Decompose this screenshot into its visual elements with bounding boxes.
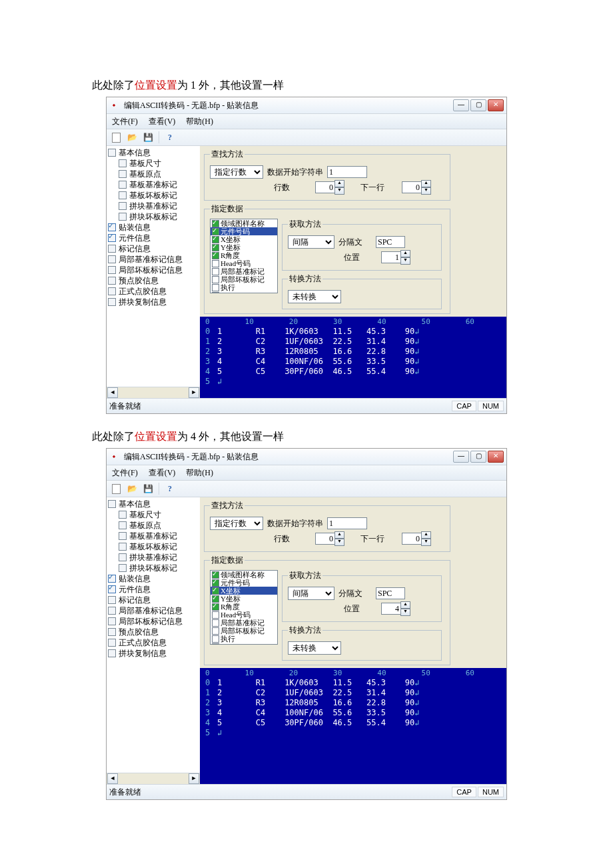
text-editor[interactable]: 0 10 20 30 40 50 60 01 R1 1K/0603 11.5 4…	[200, 317, 506, 398]
rows-spin[interactable]: ▲▼	[315, 180, 344, 195]
caption-1: 此处除了位置设置为 1 外，其他设置一样	[92, 79, 613, 93]
position-spin[interactable]: ▲▼	[381, 601, 410, 616]
save-icon[interactable]: 💾	[141, 482, 155, 495]
cap-indicator: CAP	[452, 401, 476, 411]
text-editor[interactable]: 0 10 20 30 40 50 60 01 R1 1K/0603 11.5 4…	[200, 668, 506, 784]
minimize-button[interactable]: —	[453, 451, 469, 463]
titlebar[interactable]: ⬥ 编辑ASCII转换码 - 无题.bfp - 贴装信息 — ▢ ✕	[107, 97, 506, 114]
separator-input[interactable]	[376, 587, 405, 599]
app-icon: ⬥	[112, 101, 121, 110]
convert-group: 转换方法 未转换	[282, 273, 442, 309]
statusbar: 准备就绪 CAP NUM	[107, 784, 506, 799]
method-select[interactable]: 指定行数	[210, 517, 263, 530]
open-icon[interactable]: 📂	[125, 482, 139, 495]
interval-select[interactable]: 间隔	[288, 235, 334, 249]
tree-scrollbar[interactable]: ◄►	[107, 387, 200, 398]
titlebar[interactable]: ⬥ 编辑ASCII转换码 - 无题.bfp - 贴装信息 — ▢ ✕	[107, 449, 506, 465]
open-icon[interactable]: 📂	[125, 131, 139, 144]
menubar: 文件(F) 查看(V) 帮助(H)	[107, 465, 506, 481]
toolbar: 📂 💾 ?	[107, 481, 506, 497]
data-spec-group: 指定数据 领域图样名称 元件号码 X坐标 Y坐标 R角度 Head号码 局部基准…	[204, 203, 450, 314]
menu-file[interactable]: 文件(F)	[109, 466, 141, 480]
position-spin[interactable]: ▲▼	[381, 250, 410, 265]
new-icon[interactable]	[109, 482, 123, 495]
toolbar: 📂 💾 ?	[107, 129, 506, 146]
next-spin[interactable]: ▲▼	[402, 180, 431, 195]
help-icon[interactable]: ?	[163, 482, 177, 495]
field-list[interactable]: 领域图样名称 元件号码 X坐标 Y坐标 R角度 Head号码 局部基准标记 局部…	[210, 219, 278, 293]
close-button[interactable]: ✕	[488, 451, 504, 463]
menubar: 文件(F) 查看(V) 帮助(H)	[107, 114, 506, 129]
menu-view[interactable]: 查看(V)	[146, 466, 179, 480]
menu-help[interactable]: 帮助(H)	[183, 466, 216, 480]
search-method-group: 查找方法 指定行数 数据开始字符串 行数 ▲▼ 下一行 ▲▼	[204, 149, 450, 201]
extract-group: 获取方法 间隔 分隔文 位置 ▲▼	[282, 219, 442, 271]
maximize-button[interactable]: ▢	[470, 451, 486, 463]
tree-scrollbar[interactable]: ◄►	[107, 773, 200, 784]
method-select[interactable]: 指定行数	[210, 165, 263, 179]
caption-2: 此处除了位置设置为 4 外，其他设置一样	[92, 430, 613, 444]
start-string-input[interactable]	[327, 166, 367, 178]
interval-select[interactable]: 间隔	[288, 587, 334, 600]
start-string-input[interactable]	[327, 517, 367, 529]
minimize-button[interactable]: —	[453, 99, 469, 111]
tree-view[interactable]: 基本信息 基板尺寸 基板原点 基板基准标记 基板坏板标记 拼块基准标记 拼块坏板…	[107, 497, 201, 773]
app-icon: ⬥	[112, 452, 121, 461]
new-icon[interactable]	[109, 131, 123, 144]
menu-help[interactable]: 帮助(H)	[183, 115, 216, 129]
help-icon[interactable]: ?	[163, 131, 177, 144]
menu-view[interactable]: 查看(V)	[146, 115, 179, 129]
rows-spin[interactable]: ▲▼	[315, 531, 344, 546]
window-title: 编辑ASCII转换码 - 无题.bfp - 贴装信息	[124, 451, 453, 463]
field-list[interactable]: 领域图样名称 元件号码 X坐标 Y坐标 R角度 Head号码 局部基准标记 局部…	[210, 570, 278, 645]
tree-view[interactable]: 基本信息 基板尺寸 基板原点 基板基准标记 基板坏板标记 拼块基准标记 拼块坏板…	[107, 146, 201, 387]
maximize-button[interactable]: ▢	[470, 99, 486, 111]
menu-file[interactable]: 文件(F)	[109, 115, 141, 129]
num-indicator: NUM	[478, 401, 504, 411]
separator	[159, 131, 159, 143]
app-window-2: ⬥ 编辑ASCII转换码 - 无题.bfp - 贴装信息 — ▢ ✕ 文件(F)…	[106, 448, 507, 800]
app-window-1: ⬥ 编辑ASCII转换码 - 无题.bfp - 贴装信息 — ▢ ✕ 文件(F)…	[106, 97, 507, 414]
separator-input[interactable]	[376, 236, 405, 248]
next-spin[interactable]: ▲▼	[402, 531, 431, 546]
convert-select[interactable]: 未转换	[288, 641, 341, 655]
statusbar: 准备就绪 CAP NUM	[107, 398, 506, 413]
close-button[interactable]: ✕	[488, 99, 504, 111]
window-title: 编辑ASCII转换码 - 无题.bfp - 贴装信息	[124, 100, 453, 111]
convert-select[interactable]: 未转换	[288, 290, 341, 303]
save-icon[interactable]: 💾	[141, 131, 155, 144]
